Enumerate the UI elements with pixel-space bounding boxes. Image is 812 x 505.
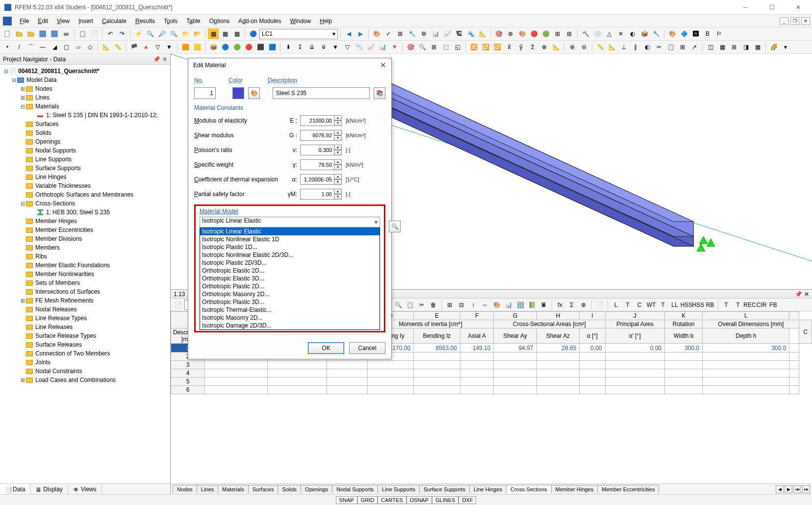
status-osnap[interactable]: OSNAP (406, 496, 432, 504)
t2a5[interactable]: ▦ (752, 42, 763, 52)
status-snap[interactable]: SNAP (336, 496, 357, 504)
const-input[interactable]: ▲▼ (300, 115, 342, 126)
t2dd[interactable]: 🔍 (417, 42, 428, 52)
t2u[interactable]: ⇊ (306, 42, 317, 52)
t2q[interactable]: ⬛ (255, 42, 266, 52)
dropdown-item[interactable]: Isotropic Linear Elastic (200, 227, 380, 235)
t2xx[interactable]: 📋 (665, 42, 676, 52)
dropdown-item[interactable]: Isotropic Damage 2D/3D... (200, 322, 380, 329)
table-tab[interactable]: Surface Supports (419, 485, 470, 493)
dropdown-item[interactable]: Orthotropic Elastic 2D... (200, 267, 380, 275)
tree-item[interactable]: ⊞Nodes (0, 84, 170, 93)
tree-item[interactable]: ⊞FE Mesh Refinements (0, 296, 170, 305)
open-icon[interactable] (14, 28, 25, 39)
tree-item[interactable]: Variable Thicknesses (0, 181, 170, 190)
t1p[interactable]: ⊞ (552, 28, 563, 39)
t1j[interactable]: 📐 (477, 28, 488, 39)
ok-button[interactable]: OK (308, 342, 344, 354)
nav-tab-views[interactable]: 👁Views (68, 484, 102, 494)
status-cartes[interactable]: CARTES (378, 496, 406, 504)
copy-icon[interactable]: 📋 (77, 28, 88, 39)
nav-tab-data[interactable]: 📑Data (0, 484, 30, 494)
t1v[interactable]: ◐ (627, 28, 638, 39)
find-icon[interactable]: 🔎 (156, 28, 167, 39)
t1c[interactable]: ⊞ (395, 28, 406, 39)
menu-insert[interactable]: Insert (75, 17, 97, 25)
t2n[interactable]: 🔵 (220, 42, 230, 52)
member-icon[interactable]: — (37, 42, 48, 52)
t2a1[interactable]: ◫ (705, 42, 716, 52)
layout3-icon[interactable]: ▦ (231, 28, 242, 39)
t2pp[interactable]: ⊕ (567, 42, 578, 52)
maximize-button[interactable]: ☐ (762, 1, 782, 13)
t2mm[interactable]: z̄ (527, 42, 538, 52)
tab-first[interactable]: ⏮ (793, 485, 801, 493)
const-input[interactable]: ▲▼ (300, 159, 342, 170)
table-tab[interactable]: Cross-Sections (506, 485, 552, 493)
tb-a[interactable]: 📄 (173, 300, 183, 310)
tb-c[interactable]: 📋 (405, 300, 415, 310)
tree-item[interactable]: Line Supports (0, 155, 170, 164)
t1a[interactable]: 🎨 (371, 28, 382, 39)
t2uu[interactable]: ∥ (630, 42, 641, 52)
close2-icon[interactable]: ✕ (804, 291, 809, 298)
tb-p[interactable]: ⊕ (578, 300, 589, 310)
t1f[interactable]: 📊 (430, 28, 441, 39)
tb-h[interactable]: ↕ (468, 300, 479, 310)
details-button[interactable]: 🔍 (389, 221, 401, 232)
table-tab[interactable]: Line Hinges (469, 485, 507, 493)
t1y[interactable]: 🎨 (667, 28, 678, 39)
undo-icon[interactable]: ↶ (105, 28, 116, 39)
tree-item[interactable]: Solids (0, 128, 170, 137)
t2bb[interactable]: 🔻 (389, 42, 400, 52)
t2a4[interactable]: ◨ (740, 42, 751, 52)
tb-dd[interactable]: CIR (756, 300, 767, 310)
tree-item[interactable]: Line Release Types (0, 314, 170, 323)
tree-item-child[interactable]: ▬1: Steel S 235 | DIN EN 1993-1-1:2010-1… (0, 111, 170, 120)
tree-item[interactable]: ⊟Materials (0, 102, 170, 111)
table-tab[interactable]: Lines (197, 485, 218, 493)
tab-last[interactable]: ⏭ (802, 485, 810, 493)
tree-item[interactable]: Surface Releases (0, 340, 170, 349)
dropdown-item[interactable]: Isotropic Plastic 1D... (200, 243, 380, 251)
tree-item[interactable]: Surface Supports (0, 164, 170, 173)
tree-item[interactable]: Orthotropic Surfaces and Membranes (0, 190, 170, 199)
const-input[interactable]: ▲▼ (300, 174, 342, 185)
t1o[interactable]: 🟢 (540, 28, 551, 39)
table-tab[interactable]: Line Supports (378, 485, 420, 493)
layout1-icon[interactable]: ▦ (208, 28, 219, 39)
t2b[interactable]: ▢ (61, 42, 72, 52)
dropdown-item[interactable]: Isotropic Plastic 2D/3D... (200, 259, 380, 267)
t2oo[interactable]: 📐 (551, 42, 561, 52)
t2d[interactable]: ◇ (84, 42, 95, 52)
t1s[interactable]: ⚪ (592, 28, 603, 39)
tb-d[interactable]: ✂ (416, 300, 427, 310)
t2c[interactable]: ▱ (73, 42, 83, 52)
table-tab[interactable]: Member Eccentricities (597, 485, 659, 493)
tree-item[interactable]: Member Nonlinearities (0, 270, 170, 278)
dropdown-item[interactable]: Orthotropic Plastic 3D... (200, 298, 380, 306)
tree-item[interactable]: Nodal Releases (0, 305, 170, 314)
t2j[interactable]: ▼ (164, 42, 175, 52)
tb-l[interactable]: 🔢 (515, 300, 526, 310)
table-tab[interactable]: Openings (301, 485, 332, 493)
tb-g[interactable]: ⊟ (456, 300, 467, 310)
tree-item[interactable]: Sets of Members (0, 278, 170, 287)
tb-j[interactable]: 🎨 (491, 300, 502, 310)
tb-cc[interactable]: REC (744, 300, 755, 310)
dropdown-item[interactable]: Isotropic Nonlinear Elastic 2D/3D... (200, 251, 380, 259)
tb-bb[interactable]: T (733, 300, 743, 310)
tab-prev[interactable]: ◀ (776, 485, 784, 493)
t2o[interactable]: 🟢 (231, 42, 242, 52)
t2kk[interactable]: x̄ (504, 42, 514, 52)
tree-item[interactable]: Ribs (0, 252, 170, 261)
lc-icon[interactable]: 🔵 (248, 28, 258, 39)
search-icon[interactable]: 🔍 (145, 28, 155, 39)
t1w[interactable]: 📦 (639, 28, 650, 39)
t2aa[interactable]: 📊 (377, 42, 388, 52)
t2h[interactable]: 🔺 (140, 42, 151, 52)
description-input[interactable] (273, 87, 370, 99)
paste-icon[interactable]: 📄 (89, 28, 100, 39)
t2hh[interactable]: 🔀 (468, 42, 479, 52)
save-icon[interactable] (37, 28, 48, 39)
